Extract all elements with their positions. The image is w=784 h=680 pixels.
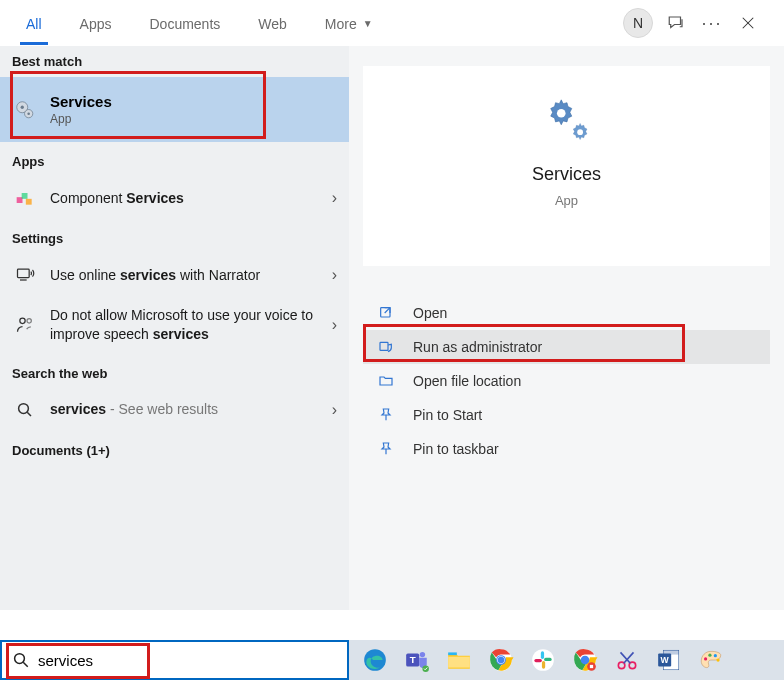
avatar-initial: N xyxy=(623,8,653,38)
svg-rect-39 xyxy=(534,659,542,662)
svg-rect-8 xyxy=(26,199,32,205)
svg-point-53 xyxy=(708,654,711,657)
action-pin-to-start[interactable]: Pin to Start xyxy=(363,398,770,432)
action-label: Pin to Start xyxy=(413,407,482,423)
svg-point-11 xyxy=(20,318,25,323)
chevron-right-icon: › xyxy=(332,316,337,334)
taskbar: T W xyxy=(0,640,784,680)
action-open-file-location[interactable]: Open file location xyxy=(363,364,770,398)
svg-line-14 xyxy=(27,412,31,416)
close-icon[interactable] xyxy=(730,5,766,41)
result-speech-services[interactable]: Do not allow Microsoft to use your voice… xyxy=(0,296,349,354)
svg-line-23 xyxy=(23,662,28,667)
tab-apps[interactable]: Apps xyxy=(74,2,118,45)
svg-rect-19 xyxy=(380,342,388,350)
section-documents: Documents (1+) xyxy=(0,431,349,466)
tab-web[interactable]: Web xyxy=(252,2,293,45)
taskbar-pinned-apps: T W xyxy=(349,640,784,680)
best-match-subtitle: App xyxy=(50,112,112,126)
preview-pane: Services App Open Run as administrator xyxy=(349,46,784,610)
section-settings: Settings xyxy=(0,219,349,254)
svg-text:W: W xyxy=(661,655,670,665)
component-services-icon xyxy=(14,187,36,209)
svg-point-15 xyxy=(556,109,565,118)
tab-more[interactable]: More ▼ xyxy=(319,2,379,45)
action-label: Open file location xyxy=(413,373,521,389)
more-options-icon[interactable]: ··· xyxy=(694,5,730,41)
result-label: Use online services with Narrator xyxy=(50,266,284,285)
search-box[interactable] xyxy=(0,640,349,680)
chevron-right-icon: › xyxy=(332,266,337,284)
svg-point-22 xyxy=(15,654,25,664)
taskbar-chrome-canary-icon[interactable] xyxy=(565,640,605,680)
svg-rect-36 xyxy=(541,651,544,659)
svg-rect-38 xyxy=(542,661,545,669)
svg-rect-43 xyxy=(590,665,593,668)
best-match-title: Services xyxy=(50,93,112,110)
svg-rect-30 xyxy=(448,657,470,668)
action-run-as-administrator[interactable]: Run as administrator xyxy=(363,330,770,364)
tab-documents[interactable]: Documents xyxy=(143,2,226,45)
svg-line-18 xyxy=(385,308,390,313)
services-icon xyxy=(14,99,36,121)
taskbar-explorer-icon[interactable] xyxy=(439,640,479,680)
taskbar-paint-icon[interactable] xyxy=(691,640,731,680)
svg-point-3 xyxy=(21,105,24,108)
pin-icon xyxy=(377,440,395,458)
section-apps: Apps xyxy=(0,142,349,177)
admin-shield-icon xyxy=(377,338,395,356)
feedback-icon[interactable] xyxy=(658,5,694,41)
action-label: Pin to taskbar xyxy=(413,441,499,457)
speech-privacy-icon xyxy=(14,314,36,336)
search-icon xyxy=(12,651,30,669)
taskbar-edge-icon[interactable] xyxy=(355,640,395,680)
results-pane: Best match Services App Apps Component S… xyxy=(0,46,349,610)
preview-card: Services App xyxy=(363,66,770,266)
open-icon xyxy=(377,304,395,322)
svg-rect-29 xyxy=(448,652,457,655)
folder-icon xyxy=(377,372,395,390)
svg-point-34 xyxy=(498,657,505,664)
svg-point-54 xyxy=(714,654,717,657)
svg-point-41 xyxy=(581,656,590,665)
svg-point-16 xyxy=(577,129,583,135)
user-avatar[interactable]: N xyxy=(622,5,658,41)
svg-point-55 xyxy=(716,658,719,661)
chevron-right-icon: › xyxy=(332,401,337,419)
preview-title: Services xyxy=(532,164,601,185)
tab-all[interactable]: All xyxy=(20,2,48,45)
section-best-match: Best match xyxy=(0,46,349,77)
action-label: Open xyxy=(413,305,447,321)
result-narrator-services[interactable]: Use online services with Narrator › xyxy=(0,254,349,296)
taskbar-slack-icon[interactable] xyxy=(523,640,563,680)
svg-point-12 xyxy=(27,319,31,323)
svg-point-52 xyxy=(704,657,707,660)
result-component-services[interactable]: Component Services › xyxy=(0,177,349,219)
narrator-icon xyxy=(14,264,36,286)
taskbar-word-icon[interactable]: W xyxy=(649,640,689,680)
svg-rect-6 xyxy=(17,197,23,203)
action-pin-to-taskbar[interactable]: Pin to taskbar xyxy=(363,432,770,466)
filter-tabs: All Apps Documents Web More ▼ N ··· xyxy=(0,0,784,46)
search-icon xyxy=(14,399,36,421)
preview-subtitle: App xyxy=(555,193,578,208)
taskbar-teams-icon[interactable]: T xyxy=(397,640,437,680)
result-label: Component Services xyxy=(50,189,208,208)
svg-point-5 xyxy=(27,112,30,115)
svg-rect-37 xyxy=(544,658,552,661)
result-label: Do not allow Microsoft to use your voice… xyxy=(50,306,337,344)
services-icon xyxy=(544,96,590,142)
action-label: Run as administrator xyxy=(413,339,542,355)
svg-rect-7 xyxy=(22,193,28,199)
svg-text:T: T xyxy=(410,654,416,665)
tab-more-label: More xyxy=(325,16,357,32)
taskbar-snip-icon[interactable] xyxy=(607,640,647,680)
taskbar-chrome-icon[interactable] xyxy=(481,640,521,680)
result-label: services - See web results xyxy=(50,400,242,419)
svg-point-27 xyxy=(420,652,425,657)
search-input[interactable] xyxy=(38,642,347,678)
result-web-services[interactable]: services - See web results › xyxy=(0,389,349,431)
chevron-down-icon: ▼ xyxy=(363,18,373,29)
action-open[interactable]: Open xyxy=(363,296,770,330)
best-match-result[interactable]: Services App xyxy=(0,77,349,142)
